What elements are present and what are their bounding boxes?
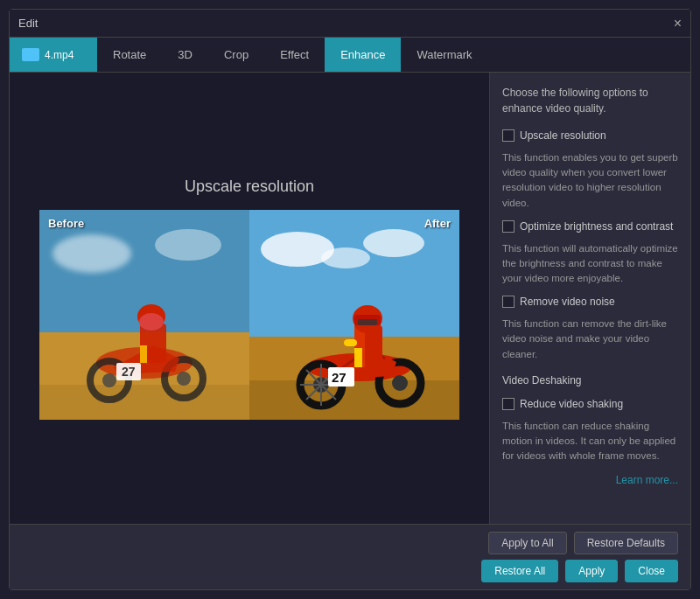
tab-watermark[interactable]: Watermark [401, 38, 487, 72]
preview-title: Upscale resolution [185, 178, 314, 196]
title-bar: Edit × [10, 10, 690, 38]
svg-rect-15 [140, 345, 147, 363]
svg-rect-41 [344, 339, 357, 346]
svg-text:27: 27 [332, 370, 346, 385]
after-image-container: After [249, 210, 459, 420]
bottom-row: Restore All Apply Close [22, 560, 678, 582]
upscale-label: Upscale resolution [520, 129, 606, 143]
deshaking-section-header: Video Deshaking [502, 374, 678, 387]
svg-point-9 [177, 372, 191, 386]
svg-point-4 [155, 229, 221, 261]
right-panel: Choose the following options to enhance … [489, 73, 690, 524]
file-tab[interactable]: 4.mp4 [10, 38, 97, 72]
deshake-checkbox[interactable] [502, 398, 514, 410]
deshake-label: Reduce video shaking [520, 397, 623, 412]
svg-rect-36 [358, 319, 377, 325]
edit-dialog: Edit × 4.mp4 Rotate 3D Crop Effect Enhan… [9, 9, 691, 590]
bottom-bar: Apply to All Restore Defaults Restore Al… [10, 524, 690, 589]
apply-row: Apply to All Restore Defaults [22, 532, 678, 554]
svg-text:27: 27 [122, 365, 136, 379]
dialog-title: Edit [18, 17, 38, 30]
brightness-label: Optimize brightness and contrast [520, 219, 673, 234]
upscale-option-row: Upscale resolution [502, 129, 678, 143]
close-icon[interactable]: × [674, 17, 682, 31]
svg-rect-40 [354, 348, 362, 367]
after-image: 27 [249, 210, 459, 420]
apply-to-all-button[interactable]: Apply to All [488, 532, 566, 554]
upscale-desc: This function enables you to get superb … [502, 150, 678, 211]
upscale-checkbox[interactable] [502, 129, 514, 142]
apply-button[interactable]: Apply [565, 560, 618, 582]
restore-defaults-button[interactable]: Restore Defaults [574, 532, 678, 554]
file-tab-label: 4.mp4 [45, 49, 74, 61]
before-label: Before [48, 217, 84, 230]
video-file-icon [22, 48, 39, 61]
tab-rotate[interactable]: Rotate [97, 38, 162, 72]
before-image-container: Before [39, 210, 249, 420]
brightness-desc: This function will automatically optimiz… [502, 241, 678, 287]
before-image: 27 [39, 210, 249, 420]
restore-all-button[interactable]: Restore All [481, 560, 558, 582]
learn-more-link[interactable]: Learn more... [502, 474, 678, 486]
svg-point-21 [321, 247, 370, 268]
tabs-row: 4.mp4 Rotate 3D Crop Effect Enhance Wate… [10, 38, 690, 73]
preview-area: Upscale resolution Before [10, 73, 489, 524]
main-content: Upscale resolution Before [10, 73, 690, 524]
close-button[interactable]: Close [625, 560, 678, 582]
noise-option-row: Remove video noise [502, 295, 678, 310]
tab-3d[interactable]: 3D [162, 38, 208, 72]
noise-label: Remove video noise [520, 295, 615, 310]
svg-point-26 [392, 375, 408, 391]
noise-desc: This function can remove the dirt-like v… [502, 317, 678, 362]
tab-enhance[interactable]: Enhance [325, 38, 401, 72]
brightness-option-row: Optimize brightness and contrast [502, 219, 678, 234]
svg-point-20 [363, 229, 424, 257]
tab-effect[interactable]: Effect [264, 38, 325, 72]
noise-checkbox[interactable] [502, 296, 514, 308]
svg-point-3 [52, 234, 131, 273]
deshake-desc: This function can reduce shaking motion … [502, 419, 678, 464]
panel-intro: Choose the following options to enhance … [502, 85, 678, 116]
after-label: After [424, 217, 451, 230]
deshake-option-row: Reduce video shaking [502, 397, 678, 412]
preview-images: Before [39, 210, 459, 420]
brightness-checkbox[interactable] [502, 220, 514, 233]
svg-point-12 [139, 313, 164, 331]
svg-point-8 [102, 373, 116, 387]
tab-crop[interactable]: Crop [208, 38, 264, 72]
